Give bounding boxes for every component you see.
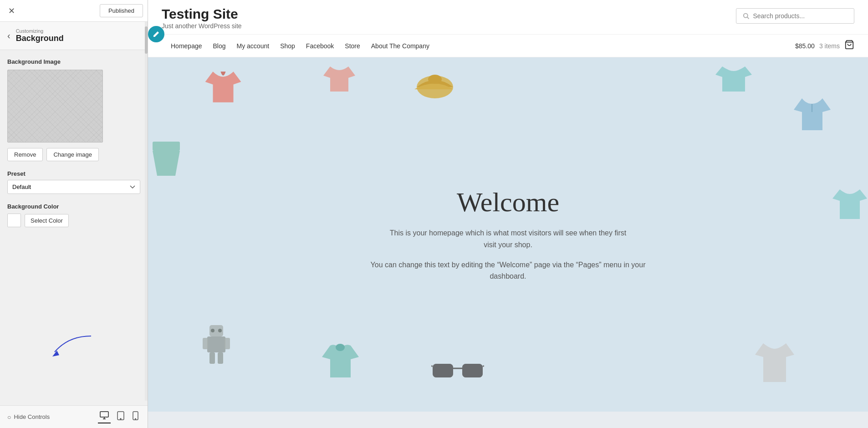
section-header-text: Customizing Background xyxy=(16,28,64,43)
close-button[interactable]: ✕ xyxy=(5,4,19,18)
section-header: ‹ Customizing Background xyxy=(0,22,148,50)
cart-price: $85.00 xyxy=(795,42,815,50)
top-bar: ✕ Published xyxy=(0,0,148,22)
svg-rect-19 xyxy=(209,352,215,364)
desktop-icon-button[interactable] xyxy=(98,410,111,423)
svg-point-21 xyxy=(211,329,214,332)
clothing-polo-blue xyxy=(793,94,832,137)
clothing-pants-teal xyxy=(148,139,184,180)
clothing-jacket-coral xyxy=(203,66,244,107)
bg-image-preview xyxy=(7,70,103,143)
clothing-tshirt-coral xyxy=(321,62,357,98)
select-color-button[interactable]: Select Color xyxy=(25,214,69,227)
hero-title: Welcome xyxy=(367,187,649,218)
preset-select[interactable]: Default Fill Screen Fit Screen Repeat Cu… xyxy=(7,180,140,194)
nav-blog[interactable]: Blog xyxy=(213,42,226,50)
svg-line-9 xyxy=(747,17,749,19)
cart-icon-button[interactable] xyxy=(844,40,854,52)
back-arrow-icon[interactable]: ‹ xyxy=(7,31,10,41)
hero-section: Welcome This is your homepage which is w… xyxy=(148,57,868,412)
circle-icon: ○ xyxy=(7,413,11,421)
svg-point-5 xyxy=(120,418,121,419)
nav-store[interactable]: Store xyxy=(345,42,360,50)
bottom-bar: ○ Hide Controls xyxy=(0,405,148,428)
hide-controls-button[interactable]: ○ Hide Controls xyxy=(7,413,50,421)
site-header: Testing Site Just another WordPress site xyxy=(148,0,868,35)
clothing-tshirt-teal-top xyxy=(713,62,754,98)
nav-facebook[interactable]: Facebook xyxy=(306,42,334,50)
svg-rect-14 xyxy=(153,142,180,151)
svg-point-12 xyxy=(428,75,442,84)
site-branding: Testing Site Just another WordPress site xyxy=(162,6,242,30)
bg-color-label: Background Color xyxy=(7,203,140,210)
device-icons xyxy=(98,410,140,423)
site-title: Testing Site xyxy=(162,6,242,21)
remove-image-button[interactable]: Remove xyxy=(7,148,43,161)
customizer-panel: ✕ Published ‹ Customizing Background Bac… xyxy=(0,0,148,428)
site-title-row: Testing Site Just another WordPress site xyxy=(162,6,854,30)
hero-desc-1: This is your homepage which is what most… xyxy=(367,227,649,250)
nav-my-account[interactable]: My account xyxy=(237,42,270,50)
svg-rect-17 xyxy=(203,338,208,349)
search-box[interactable] xyxy=(736,8,854,24)
svg-point-23 xyxy=(336,344,345,351)
hero-desc-2: You can change this text by editing the … xyxy=(367,259,649,282)
svg-point-7 xyxy=(135,418,136,419)
svg-rect-30 xyxy=(462,364,483,377)
svg-point-8 xyxy=(744,14,748,18)
cart-section: $85.00 3 items xyxy=(795,40,854,52)
cart-count: 3 items xyxy=(819,42,840,50)
hide-controls-label: Hide Controls xyxy=(14,413,50,420)
bg-image-title: Background Image xyxy=(7,58,140,65)
svg-point-22 xyxy=(218,329,222,332)
nav-about[interactable]: About The Company xyxy=(371,42,429,50)
panel-content: Background Image Remove Change image Pre… xyxy=(0,50,148,405)
nav-bar: Homepage Blog My account Shop Facebook S… xyxy=(148,35,868,57)
clothing-hoodie-teal xyxy=(321,341,360,384)
svg-rect-1 xyxy=(100,412,108,417)
clothing-robot-figure xyxy=(198,321,235,366)
select-color-row: Select Color xyxy=(7,214,140,227)
clothing-tshirt-teal-right xyxy=(832,185,868,226)
tablet-icon-button[interactable] xyxy=(115,410,126,423)
edit-pencil-button[interactable] xyxy=(148,26,164,42)
svg-rect-20 xyxy=(218,352,223,364)
clothing-sunglasses xyxy=(430,357,485,384)
mobile-icon-button[interactable] xyxy=(131,410,140,423)
nav-shop[interactable]: Shop xyxy=(280,42,295,50)
published-button[interactable]: Published xyxy=(100,4,143,17)
site-tagline: Just another WordPress site xyxy=(162,22,242,30)
hero-content: Welcome This is your homepage which is w… xyxy=(367,187,649,282)
preset-label: Preset xyxy=(7,170,140,177)
search-icon xyxy=(743,12,749,20)
color-swatch[interactable] xyxy=(7,214,21,227)
clothing-shirt-gray xyxy=(754,339,795,389)
site-preview: Testing Site Just another WordPress site… xyxy=(148,0,868,428)
clothing-cap-yellow xyxy=(412,66,458,103)
svg-rect-18 xyxy=(225,338,230,349)
image-buttons: Remove Change image xyxy=(7,148,140,161)
nav-homepage[interactable]: Homepage xyxy=(171,42,202,50)
change-image-button[interactable]: Change image xyxy=(46,148,99,161)
svg-rect-29 xyxy=(433,364,453,377)
svg-rect-16 xyxy=(207,336,225,352)
background-label: Background xyxy=(16,34,64,43)
customizing-label: Customizing xyxy=(16,28,64,34)
search-input[interactable] xyxy=(753,12,848,20)
